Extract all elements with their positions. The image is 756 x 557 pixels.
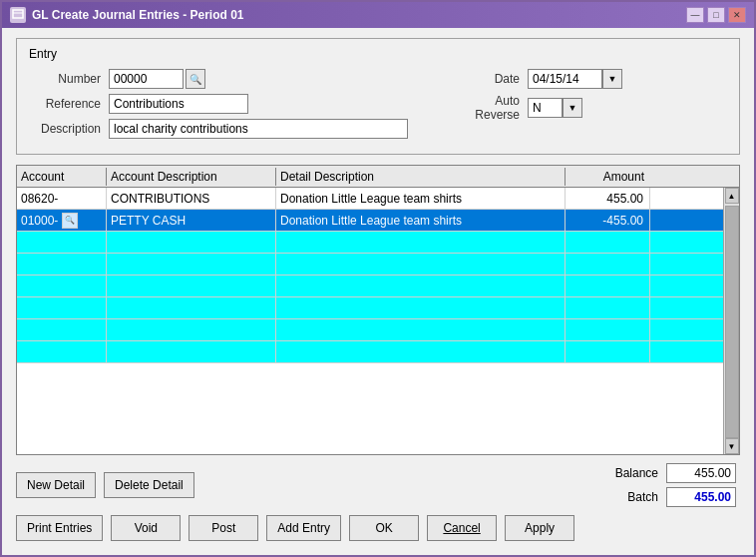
cell-amount-0: 455.00 bbox=[566, 188, 650, 209]
acct-desc-header: Account Description bbox=[107, 168, 276, 186]
reference-label: Reference bbox=[29, 97, 109, 111]
detail-desc-header: Detail Description bbox=[276, 168, 566, 186]
cell-account-6 bbox=[17, 319, 107, 340]
apply-button[interactable]: Apply bbox=[505, 515, 574, 541]
table-row[interactable]: 08620- CONTRIBUTIONS Donation Little Lea… bbox=[17, 188, 723, 210]
cell-acct-desc-0: CONTRIBUTIONS bbox=[107, 188, 276, 209]
date-dropdown-button[interactable]: ▼ bbox=[602, 69, 622, 89]
table-row[interactable] bbox=[17, 232, 723, 254]
table-row[interactable] bbox=[17, 276, 723, 297]
reference-input[interactable] bbox=[109, 94, 248, 114]
cell-detail-desc-3 bbox=[276, 254, 566, 275]
add-entry-button[interactable]: Add Entry bbox=[266, 515, 341, 541]
batch-row: Batch 455.00 bbox=[603, 487, 736, 507]
action-left: New Detail Delete Detail bbox=[16, 472, 194, 498]
account-header: Account bbox=[17, 168, 107, 186]
table-row[interactable] bbox=[17, 341, 723, 363]
close-button[interactable]: ✕ bbox=[728, 7, 746, 23]
date-label: Date bbox=[448, 72, 528, 86]
auto-reverse-input[interactable] bbox=[528, 98, 563, 118]
cell-detail-desc-1: Donation Little League team shirts bbox=[276, 210, 566, 231]
batch-label: Batch bbox=[603, 490, 658, 504]
table-body[interactable]: 08620- CONTRIBUTIONS Donation Little Lea… bbox=[17, 188, 723, 454]
table-row[interactable] bbox=[17, 297, 723, 319]
cell-detail-desc-0: Donation Little League team shirts bbox=[276, 188, 566, 209]
scrollbar[interactable]: ▲ ▼ bbox=[723, 188, 739, 454]
cell-account-7 bbox=[17, 341, 107, 362]
description-label: Description bbox=[29, 122, 109, 136]
cell-amount-2 bbox=[566, 232, 650, 253]
cell-acct-desc-3 bbox=[107, 254, 276, 275]
form-left-column: Number 🔍 Reference Description bbox=[29, 69, 408, 144]
scrollbar-up-button[interactable]: ▲ bbox=[725, 188, 739, 204]
reference-row: Reference bbox=[29, 94, 408, 114]
description-input[interactable] bbox=[109, 119, 408, 139]
table-header: Account Account Description Detail Descr… bbox=[17, 166, 739, 188]
cell-amount-1: -455.00 bbox=[566, 210, 650, 231]
cell-account-0: 08620- bbox=[17, 188, 107, 209]
date-row: Date ▼ bbox=[448, 69, 622, 89]
account-search-button[interactable]: 🔍 bbox=[62, 213, 78, 229]
cell-amount-5 bbox=[566, 297, 650, 318]
amount-header: Amount bbox=[566, 168, 650, 186]
table-row[interactable]: 01000- 🔍 PETTY CASH Donation Little Leag… bbox=[17, 210, 723, 232]
window-title: GL Create Journal Entries - Period 01 bbox=[32, 8, 244, 22]
cell-acct-desc-5 bbox=[107, 297, 276, 318]
number-label: Number bbox=[29, 72, 109, 86]
cell-detail-desc-4 bbox=[276, 276, 566, 296]
cell-detail-desc-5 bbox=[276, 297, 566, 318]
title-bar-left: GL Create Journal Entries - Period 01 bbox=[10, 7, 244, 23]
new-detail-button[interactable]: New Detail bbox=[16, 472, 96, 498]
auto-reverse-label: Auto Reverse bbox=[448, 94, 528, 122]
cell-account-3 bbox=[17, 254, 107, 275]
bottom-section: New Detail Delete Detail Balance 455.00 … bbox=[16, 463, 740, 545]
cell-detail-desc-6 bbox=[276, 319, 566, 340]
batch-value: 455.00 bbox=[666, 487, 736, 507]
cell-detail-desc-2 bbox=[276, 232, 566, 253]
cell-amount-3 bbox=[566, 254, 650, 275]
delete-detail-button[interactable]: Delete Detail bbox=[104, 472, 194, 498]
main-window: GL Create Journal Entries - Period 01 — … bbox=[0, 0, 756, 557]
balance-section: Balance 455.00 Batch 455.00 bbox=[603, 463, 736, 507]
balance-value: 455.00 bbox=[666, 463, 736, 483]
action-row: New Detail Delete Detail Balance 455.00 … bbox=[16, 463, 740, 507]
form-right-column: Date ▼ Auto Reverse ▼ bbox=[448, 69, 622, 144]
cell-account-4 bbox=[17, 276, 107, 296]
window-icon bbox=[10, 7, 26, 23]
auto-reverse-dropdown-button[interactable]: ▼ bbox=[563, 98, 582, 118]
table-row[interactable] bbox=[17, 254, 723, 276]
search-icon: 🔍 bbox=[189, 74, 201, 85]
void-button[interactable]: Void bbox=[111, 515, 181, 541]
cell-account-2 bbox=[17, 232, 107, 253]
minimize-button[interactable]: — bbox=[686, 7, 704, 23]
number-input[interactable] bbox=[109, 69, 184, 89]
cell-amount-6 bbox=[566, 319, 650, 340]
cell-detail-desc-7 bbox=[276, 341, 566, 362]
cell-acct-desc-1: PETTY CASH bbox=[107, 210, 276, 231]
cell-acct-desc-6 bbox=[107, 319, 276, 340]
number-search-button[interactable]: 🔍 bbox=[186, 69, 205, 89]
table-row[interactable] bbox=[17, 319, 723, 341]
scrollbar-thumb[interactable] bbox=[725, 206, 739, 438]
post-button[interactable]: Post bbox=[189, 515, 258, 541]
svg-rect-0 bbox=[13, 10, 23, 18]
entry-group: Entry Number 🔍 Reference bbox=[16, 38, 740, 155]
cell-account-5 bbox=[17, 297, 107, 318]
number-row: Number 🔍 bbox=[29, 69, 408, 89]
cell-amount-7 bbox=[566, 341, 650, 362]
auto-reverse-row: Auto Reverse ▼ bbox=[448, 94, 622, 122]
table-scroll-area: 08620- CONTRIBUTIONS Donation Little Lea… bbox=[17, 188, 739, 454]
print-entries-button[interactable]: Print Entries bbox=[16, 515, 103, 541]
cancel-button[interactable]: Cancel bbox=[427, 515, 497, 541]
balance-label: Balance bbox=[603, 466, 658, 480]
cell-account-1: 01000- 🔍 bbox=[17, 210, 107, 231]
ok-button[interactable]: OK bbox=[349, 515, 419, 541]
date-input[interactable] bbox=[528, 69, 602, 89]
maximize-button[interactable]: □ bbox=[707, 7, 725, 23]
cell-acct-desc-7 bbox=[107, 341, 276, 362]
balance-row: Balance 455.00 bbox=[603, 463, 736, 483]
cell-amount-4 bbox=[566, 276, 650, 296]
description-row: Description bbox=[29, 119, 408, 139]
scrollbar-down-button[interactable]: ▼ bbox=[725, 438, 739, 454]
entry-group-title: Entry bbox=[29, 47, 727, 61]
